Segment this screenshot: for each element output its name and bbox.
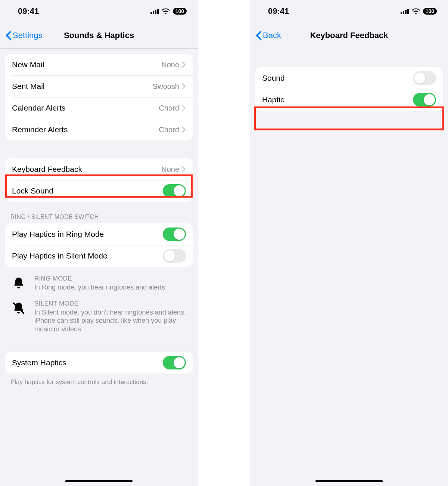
bell-icon: [10, 275, 27, 291]
row-label: Play Haptics in Silent Mode: [12, 251, 163, 260]
status-bar: 09:41 100: [250, 0, 448, 22]
row-system-haptics[interactable]: System Haptics: [5, 352, 193, 374]
wifi-icon: [412, 8, 420, 14]
keyboard-group: Keyboard Feedback None Lock Sound: [5, 158, 193, 202]
battery-indicator: 100: [423, 8, 437, 15]
back-button[interactable]: Settings: [5, 31, 43, 40]
row-calendar-alerts[interactable]: Calendar Alerts Chord: [5, 97, 193, 119]
row-label: Calendar Alerts: [12, 103, 159, 112]
chevron-right-icon: [181, 105, 186, 111]
wifi-icon: [162, 8, 170, 14]
ring-silent-group: Play Haptics in Ring Mode Play Haptics i…: [5, 223, 193, 267]
chevron-right-icon: [181, 126, 186, 133]
info-title: RING MODE: [34, 275, 167, 282]
row-haptic[interactable]: Haptic: [255, 89, 443, 111]
row-lock-sound[interactable]: Lock Sound: [5, 180, 193, 202]
row-label: Reminder Alerts: [12, 125, 159, 134]
row-sound[interactable]: Sound: [255, 67, 443, 89]
row-reminder-alerts[interactable]: Reminder Alerts Chord: [5, 119, 193, 140]
group-footer-system-haptics: Play haptics for system controls and int…: [10, 378, 193, 386]
group-header-ring-silent: RING / SILENT MODE SWITCH: [10, 214, 193, 220]
cellular-signal-icon: [150, 8, 159, 14]
chevron-right-icon: [181, 166, 186, 173]
row-haptics-ring[interactable]: Play Haptics in Ring Mode: [5, 223, 193, 245]
row-label: Sent Mail: [12, 82, 153, 91]
toggle-haptic[interactable]: [413, 93, 436, 106]
chevron-left-icon: [255, 31, 262, 40]
chevron-right-icon: [181, 83, 186, 90]
status-indicators: 100: [401, 8, 437, 15]
battery-indicator: 100: [173, 8, 187, 15]
status-time: 09:41: [18, 6, 39, 16]
row-value: Chord: [159, 104, 179, 112]
info-silent-mode: SILENT MODE In Silent mode, you don't he…: [10, 300, 193, 334]
cellular-signal-icon: [401, 8, 409, 14]
row-value: None: [161, 165, 179, 174]
status-time: 09:41: [268, 6, 289, 16]
home-indicator[interactable]: [65, 480, 133, 482]
toggle-haptics-silent[interactable]: [163, 249, 186, 263]
row-new-mail[interactable]: New Mail None: [5, 54, 193, 75]
system-haptics-group: System Haptics: [5, 352, 193, 374]
info-title: SILENT MODE: [34, 300, 193, 307]
row-value: None: [161, 61, 179, 69]
back-button[interactable]: Back: [255, 31, 281, 40]
row-label: Sound: [262, 74, 413, 83]
keyboard-feedback-group: Sound Haptic: [255, 67, 443, 111]
sounds-group: New Mail None Sent Mail Swoosh Calendar …: [5, 54, 193, 140]
bell-slash-icon: [10, 300, 27, 316]
row-label: Keyboard Feedback: [12, 165, 161, 174]
row-label: Play Haptics in Ring Mode: [12, 230, 163, 239]
home-indicator[interactable]: [315, 480, 383, 482]
info-body: In Silent mode, you don't hear ringtones…: [34, 308, 193, 334]
info-ring-mode: RING MODE In Ring mode, you hear rington…: [10, 275, 193, 292]
info-body: In Ring mode, you hear ringtones and ale…: [34, 283, 167, 292]
row-label: Haptic: [262, 95, 413, 104]
row-haptics-silent[interactable]: Play Haptics in Silent Mode: [5, 245, 193, 267]
back-label: Back: [263, 31, 281, 40]
nav-bar: Back Keyboard Feedback: [250, 22, 448, 49]
row-keyboard-feedback[interactable]: Keyboard Feedback None: [5, 158, 193, 180]
status-indicators: 100: [150, 8, 187, 15]
row-value: Swoosh: [153, 82, 179, 91]
toggle-haptics-ring[interactable]: [163, 227, 186, 241]
toggle-system-haptics[interactable]: [163, 356, 186, 369]
chevron-left-icon: [5, 31, 12, 40]
row-label: Lock Sound: [12, 186, 163, 195]
row-label: New Mail: [12, 60, 161, 69]
chevron-right-icon: [181, 61, 186, 68]
toggle-sound[interactable]: [413, 71, 436, 85]
row-value: Chord: [159, 126, 179, 134]
toggle-lock-sound[interactable]: [163, 184, 186, 198]
row-sent-mail[interactable]: Sent Mail Swoosh: [5, 75, 193, 97]
nav-bar: Settings Sounds & Haptics: [0, 22, 198, 49]
row-label: System Haptics: [12, 358, 163, 367]
status-bar: 09:41 100: [0, 0, 198, 22]
back-label: Settings: [13, 31, 43, 40]
